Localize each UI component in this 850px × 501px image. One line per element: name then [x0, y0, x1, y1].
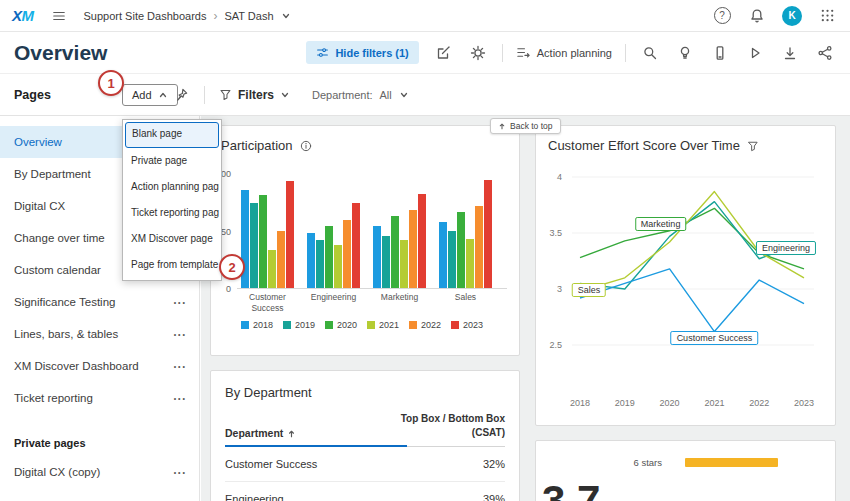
y-tick-label: 0	[210, 284, 231, 294]
info-icon[interactable]	[300, 140, 312, 152]
bar-2018	[439, 222, 447, 288]
action-planning-icon	[516, 45, 531, 60]
chevron-down-icon[interactable]	[280, 90, 290, 100]
series-label-sales: Sales	[572, 283, 607, 297]
menu-item-action-planning-page[interactable]: Action planning page	[125, 174, 219, 200]
menu-item-xm-discover-page[interactable]: XM Discover page	[125, 226, 219, 252]
private-pages-header: Private pages	[0, 430, 199, 456]
help-icon[interactable]: ?	[711, 5, 733, 27]
share-icon[interactable]	[814, 42, 836, 64]
csat-column-header[interactable]: Top Box / Bottom Box (CSAT)	[393, 412, 505, 439]
legend-item: 2021	[367, 320, 399, 330]
mobile-preview-icon[interactable]	[709, 42, 731, 64]
bar-2023	[484, 180, 492, 288]
funnel-icon	[219, 88, 232, 101]
back-to-top-button[interactable]: Back to top	[490, 118, 561, 134]
sidebar-item-label: Ticket reporting	[14, 392, 93, 404]
department-filter-value[interactable]: All	[380, 89, 392, 101]
item-options-icon[interactable]: •••	[174, 331, 187, 338]
widget-filter-icon[interactable]	[747, 140, 759, 152]
bar-group-engineering	[307, 203, 360, 288]
sidebar-item-ticket-reporting[interactable]: Ticket reporting•••	[0, 382, 199, 414]
sidebar-item-significance-testing[interactable]: Significance Testing•••	[0, 286, 199, 318]
bar-2022	[409, 210, 417, 288]
chevron-down-icon[interactable]	[399, 90, 409, 100]
menu-item-ticket-reporting-page[interactable]: Ticket reporting page	[125, 200, 219, 226]
bar-2020	[457, 212, 465, 288]
sidebar-item-digital-cx-copy[interactable]: Digital CX (copy)•••	[0, 456, 199, 488]
svg-text:3: 3	[557, 284, 562, 294]
bar-2021	[268, 250, 276, 288]
pages-filters-toolbar: Pages Add Filters Department: All	[0, 74, 850, 116]
department-name: Engineering	[225, 493, 284, 501]
breadcrumb: Support Site Dashboards › SAT Dash	[84, 9, 291, 23]
bar-2018	[373, 226, 381, 288]
series-label-engineering: Engineering	[756, 241, 816, 255]
sidebar-item-xm-discover-dashboard[interactable]: XM Discover Dashboard•••	[0, 350, 199, 382]
hide-filters-label: Hide filters (1)	[335, 47, 408, 59]
menu-item-page-from-template[interactable]: Page from template	[125, 252, 219, 278]
play-presentation-icon[interactable]	[744, 42, 766, 64]
sidebar-item-label: Overview	[14, 136, 62, 148]
legend-item: 2023	[451, 320, 483, 330]
notifications-bell-icon[interactable]	[746, 5, 768, 27]
svg-text:4: 4	[557, 172, 562, 182]
csat-value: 39%	[483, 493, 505, 501]
breadcrumb-current[interactable]: SAT Dash	[224, 10, 273, 22]
hide-filters-button[interactable]: Hide filters (1)	[306, 41, 418, 64]
svg-text:2.5: 2.5	[549, 340, 562, 350]
department-filter-label: Department:	[312, 89, 373, 101]
filters-label: Filters	[238, 88, 274, 102]
ces-widget: Customer Effort Score Over Time 43.532.5…	[535, 125, 836, 426]
bar-2019	[382, 236, 390, 288]
toolbar-divider	[502, 44, 503, 62]
toolbar-divider	[204, 74, 205, 115]
item-options-icon[interactable]: •••	[174, 299, 187, 306]
bar-2021	[400, 240, 408, 288]
table-row: Customer Success32%	[225, 447, 505, 482]
category-label: Customer Success	[241, 292, 294, 313]
legend-swatch	[409, 321, 417, 329]
settings-gear-icon[interactable]	[467, 42, 489, 64]
svg-text:2020: 2020	[660, 398, 680, 408]
widget-title: Customer Effort Score Over Time	[548, 138, 740, 153]
breadcrumb-separator: ›	[213, 9, 217, 23]
item-options-icon[interactable]: •••	[174, 363, 187, 370]
edit-pencil-icon[interactable]	[432, 42, 454, 64]
lightbulb-icon[interactable]	[674, 42, 696, 64]
item-options-icon[interactable]: •••	[174, 469, 187, 476]
filters-button[interactable]: Filters	[238, 88, 274, 102]
svg-text:2023: 2023	[794, 398, 814, 408]
participation-widget: Participation 050100 Customer SuccessEng…	[210, 125, 520, 356]
action-planning-button[interactable]: Action planning	[516, 45, 612, 60]
csat-value: 32%	[483, 458, 505, 470]
participation-cats: Customer SuccessEngineeringMarketingSale…	[237, 292, 507, 313]
sidebar-item-label: Change over time	[14, 232, 105, 244]
menu-item-blank-page[interactable]: Blank page	[125, 122, 219, 148]
sidebar-item-lines-bars-tables[interactable]: Lines, bars, & tables•••	[0, 318, 199, 350]
unpin-panel-icon[interactable]	[170, 84, 192, 106]
csat-stars-widget: 6 stars 3.7	[535, 440, 836, 501]
hamburger-menu-icon[interactable]	[48, 5, 70, 27]
legend-label: 2018	[253, 320, 273, 330]
breadcrumb-root[interactable]: Support Site Dashboards	[84, 10, 207, 22]
sidebar-item-label: XM Discover Dashboard	[14, 360, 139, 372]
menu-item-private-page[interactable]: Private page	[125, 148, 219, 174]
avatar[interactable]: K	[781, 5, 803, 27]
search-zoom-icon[interactable]	[639, 42, 661, 64]
page-header: Overview Hide filters (1) Action plannin…	[0, 32, 850, 74]
table-header: Department Top Box / Bottom Box (CSAT)	[225, 412, 505, 447]
app-grid-icon[interactable]	[816, 5, 838, 27]
bar-2020	[259, 195, 267, 288]
category-label: Marketing	[373, 292, 426, 313]
series-label-marketing: Marketing	[635, 217, 687, 231]
bar-2019	[448, 231, 456, 288]
bar-2022	[343, 220, 351, 288]
private-pages-list: Digital CX (copy)•••	[0, 456, 199, 488]
department-column-header[interactable]: Department	[225, 427, 296, 439]
download-icon[interactable]	[779, 42, 801, 64]
bar-2018	[307, 233, 315, 288]
item-options-icon[interactable]: •••	[174, 395, 187, 402]
chevron-down-icon[interactable]	[281, 11, 291, 21]
svg-text:3.5: 3.5	[549, 228, 562, 238]
